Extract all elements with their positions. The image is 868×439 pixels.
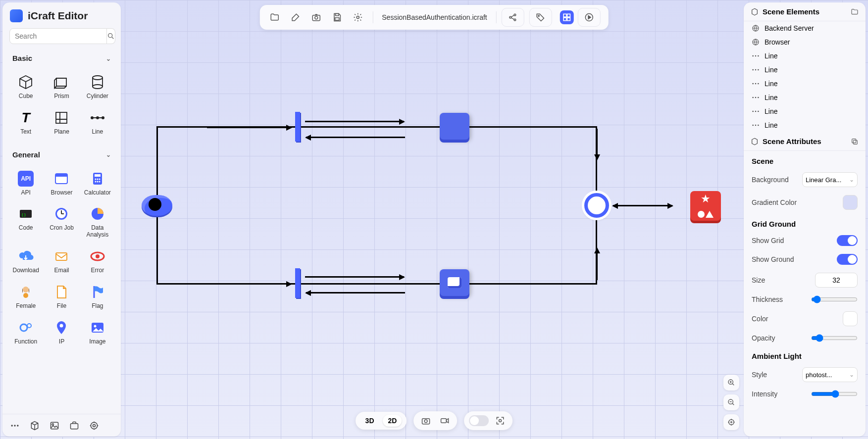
element-item[interactable]: Browser (744, 35, 866, 49)
folder-icon[interactable] (851, 8, 859, 16)
layout-icon (562, 12, 572, 22)
shape-error[interactable]: Error (80, 244, 115, 278)
expand-button[interactable] (493, 414, 508, 427)
element-item[interactable]: Line (744, 49, 866, 63)
shape-cronjob[interactable]: Cron Job (44, 202, 79, 243)
camera-icon (311, 12, 321, 22)
shape-female[interactable]: Female (8, 280, 43, 314)
view-3d-button[interactable]: 3D (360, 415, 379, 427)
layout-button[interactable] (560, 10, 574, 24)
briefcase-button[interactable] (69, 420, 80, 431)
intensity-slider[interactable] (811, 390, 858, 398)
folder-button[interactable] (267, 10, 281, 24)
preview-toggle[interactable] (469, 415, 489, 426)
shape-file[interactable]: File (44, 280, 79, 314)
video-icon (440, 416, 450, 426)
view-2d-button[interactable]: 2D (383, 415, 402, 427)
zoom-out-icon (727, 398, 735, 406)
size-label: Size (752, 276, 765, 284)
zoom-in-icon (727, 379, 735, 387)
shape-cube[interactable]: Cube (8, 70, 43, 104)
svg-point-69 (758, 83, 759, 85)
svg-point-53 (538, 15, 540, 16)
save-button[interactable] (330, 10, 344, 24)
svg-rect-56 (563, 18, 566, 21)
svg-point-39 (17, 425, 18, 426)
shape-api[interactable]: APIAPI (8, 167, 43, 200)
pen-button[interactable] (288, 10, 302, 24)
shape-calculator[interactable]: Calculator (80, 167, 115, 200)
copy-icon[interactable] (851, 138, 859, 146)
settings-button[interactable] (351, 10, 364, 24)
camera-button[interactable] (309, 10, 323, 24)
snapshot-button[interactable] (418, 414, 433, 427)
shape-text[interactable]: TText (8, 106, 43, 140)
shape-function[interactable]: Function (8, 316, 43, 349)
shape-line[interactable]: Line (80, 106, 115, 140)
search-input[interactable] (9, 28, 107, 44)
shape-code[interactable]: { }Code (8, 202, 43, 243)
show-grid-toggle[interactable] (837, 235, 858, 246)
element-item[interactable]: Line (744, 91, 866, 104)
svg-point-50 (510, 16, 511, 18)
email-icon (53, 248, 69, 264)
line-icon (752, 52, 760, 60)
share-button[interactable] (506, 10, 520, 24)
opacity-slider[interactable] (811, 334, 858, 342)
tag-button[interactable] (534, 10, 548, 24)
element-item[interactable]: Line (744, 104, 866, 118)
box-button[interactable] (29, 420, 40, 431)
shape-browser[interactable]: Browser (44, 167, 79, 200)
shape-prism[interactable]: Prism (44, 70, 79, 104)
size-input[interactable] (815, 273, 858, 288)
file-icon (53, 284, 69, 300)
shape-flag[interactable]: Flag (80, 280, 115, 314)
calculator-icon (90, 171, 105, 187)
filename-label: SessionBasedAuthentication.icraft (378, 13, 491, 21)
globe-icon (752, 24, 760, 32)
target-button[interactable] (89, 420, 100, 431)
svg-point-0 (108, 34, 112, 38)
element-item[interactable]: Line (744, 118, 866, 132)
library-sidebar: iCraft Editor Basic Cube Prism Cylinder … (2, 2, 121, 437)
recenter-button[interactable] (723, 414, 739, 430)
shape-ip[interactable]: IP (44, 316, 79, 349)
app-logo-row: iCraft Editor (2, 2, 121, 28)
background-select[interactable]: Linear Gra... (802, 172, 858, 187)
shape-dataanalysis[interactable]: Data Analysis (80, 202, 115, 243)
zoom-in-button[interactable] (723, 375, 739, 390)
element-item[interactable]: Line (744, 77, 866, 91)
play-button[interactable] (582, 10, 596, 24)
section-general[interactable]: General (2, 146, 121, 164)
api-icon: API (18, 171, 34, 187)
shape-download[interactable]: Download (8, 244, 43, 278)
element-item[interactable]: Line (744, 63, 866, 77)
section-basic[interactable]: Basic (2, 49, 121, 67)
svg-point-67 (752, 83, 754, 85)
zoom-out-button[interactable] (723, 394, 739, 410)
svg-rect-83 (441, 419, 447, 423)
svg-rect-4 (56, 112, 67, 123)
svg-point-76 (752, 125, 754, 126)
svg-point-93 (731, 422, 732, 423)
line-icon (752, 80, 760, 88)
element-item[interactable]: Backend Server (744, 21, 866, 35)
canvas-area[interactable]: ★ (0, 0, 868, 439)
shape-image[interactable]: Image (80, 316, 115, 349)
shape-plane[interactable]: Plane (44, 106, 79, 140)
clock-icon (53, 206, 69, 222)
show-ground-toggle[interactable] (837, 254, 858, 265)
piechart-icon (90, 206, 105, 222)
shape-email[interactable]: Email (44, 244, 79, 278)
image-button[interactable] (49, 420, 60, 431)
search-button[interactable] (107, 28, 115, 44)
svg-point-66 (758, 69, 759, 71)
color-swatch[interactable] (843, 311, 858, 326)
record-button[interactable] (437, 414, 452, 427)
more-button[interactable] (9, 420, 20, 431)
style-select[interactable]: photost... (802, 367, 858, 382)
gradient-swatch[interactable] (843, 195, 858, 210)
thickness-slider[interactable] (811, 295, 858, 303)
svg-text:{ }: { } (22, 212, 26, 217)
shape-cylinder[interactable]: Cylinder (80, 70, 115, 104)
